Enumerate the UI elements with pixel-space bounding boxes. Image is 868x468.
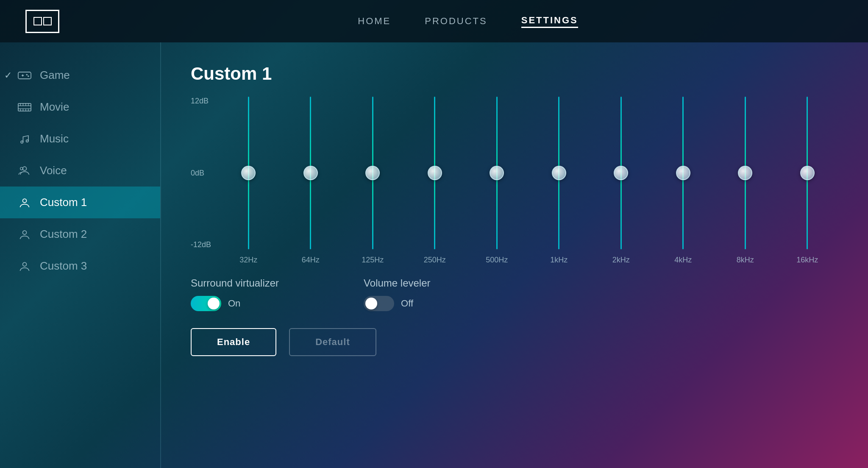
- slider-thumb-1kHz[interactable]: [552, 166, 566, 180]
- sidebar-item-custom3[interactable]: Custom 3: [0, 250, 160, 282]
- band-label-16kHz: 16kHz: [796, 256, 818, 265]
- slider-track-64Hz[interactable]: [308, 97, 313, 249]
- custom3-icon: [17, 260, 32, 272]
- sidebar-label-voice: Voice: [40, 164, 67, 177]
- band-label-1kHz: 1kHz: [550, 256, 568, 265]
- surround-virtualizer-group: Surround virtualizer On: [191, 277, 279, 311]
- eq-label-middle: 0dB: [191, 169, 211, 178]
- slider-thumb-4kHz[interactable]: [676, 166, 690, 180]
- eq-band-125Hz: 125Hz: [342, 97, 404, 265]
- slider-track-500Hz[interactable]: [494, 97, 499, 249]
- sidebar-item-custom1[interactable]: Custom 1: [0, 187, 160, 218]
- eq-band-500Hz: 500Hz: [466, 97, 528, 265]
- slider-thumb-8kHz[interactable]: [738, 166, 752, 180]
- logo: [25, 10, 59, 33]
- sidebar-label-custom2: Custom 2: [40, 228, 87, 241]
- surround-toggle-knob: [208, 298, 220, 309]
- nav-home[interactable]: HOME: [358, 16, 391, 27]
- surround-toggle-row: On: [191, 296, 279, 311]
- nav-products[interactable]: PRODUCTS: [425, 16, 487, 27]
- svg-rect-0: [18, 72, 31, 79]
- slider-fill-top-1kHz: [558, 97, 559, 173]
- slider-fill-bottom-250Hz: [434, 173, 435, 249]
- slider-fill-top-2kHz: [620, 97, 622, 173]
- custom2-icon: [17, 228, 32, 240]
- default-button[interactable]: Default: [289, 328, 376, 356]
- sidebar-item-movie[interactable]: Movie: [0, 91, 160, 123]
- slider-fill-bottom-1kHz: [558, 173, 559, 249]
- sidebar-label-movie: Movie: [40, 100, 69, 114]
- slider-fill-bottom-4kHz: [682, 173, 684, 249]
- slider-fill-top-250Hz: [434, 97, 435, 173]
- eq-band-2kHz: 2kHz: [590, 97, 652, 265]
- svg-point-22: [23, 262, 27, 266]
- band-label-8kHz: 8kHz: [737, 256, 754, 265]
- volume-toggle[interactable]: [364, 296, 394, 311]
- slider-thumb-500Hz[interactable]: [490, 166, 504, 180]
- eq-db-labels: 12dB 0dB -12dB: [191, 97, 217, 249]
- eq-label-top: 12dB: [191, 97, 211, 106]
- equalizer: 12dB 0dB -12dB 32Hz 64Hz: [191, 97, 838, 265]
- navigation: HOME PRODUCTS SETTINGS: [93, 15, 843, 28]
- slider-thumb-125Hz[interactable]: [365, 166, 380, 180]
- header: HOME PRODUCTS SETTINGS: [0, 0, 868, 42]
- sidebar-item-voice[interactable]: Voice: [0, 155, 160, 187]
- logo-left-box: [33, 17, 42, 25]
- slider-track-16kHz[interactable]: [805, 97, 810, 249]
- eq-band-32Hz: 32Hz: [217, 97, 280, 265]
- slider-thumb-64Hz[interactable]: [303, 166, 318, 180]
- sidebar-label-custom1: Custom 1: [40, 196, 87, 209]
- svg-rect-5: [18, 103, 31, 111]
- slider-track-4kHz[interactable]: [681, 97, 686, 249]
- sidebar-label-custom3: Custom 3: [40, 259, 87, 273]
- slider-track-8kHz[interactable]: [743, 97, 748, 249]
- sidebar-item-music[interactable]: Music: [0, 123, 160, 155]
- slider-track-250Hz[interactable]: [432, 97, 437, 249]
- volume-toggle-knob: [365, 298, 377, 309]
- eq-band-8kHz: 8kHz: [714, 97, 776, 265]
- game-icon: [17, 70, 32, 81]
- band-label-2kHz: 2kHz: [612, 256, 630, 265]
- svg-point-18: [23, 167, 27, 170]
- slider-track-32Hz[interactable]: [246, 97, 251, 249]
- eq-band-16kHz: 16kHz: [776, 97, 839, 265]
- action-buttons: Enable Default: [191, 328, 838, 356]
- sidebar-item-custom2[interactable]: Custom 2: [0, 218, 160, 250]
- content-area: Custom 1 12dB 0dB -12dB 32Hz: [161, 42, 868, 468]
- slider-fill-bottom-64Hz: [310, 173, 311, 249]
- slider-track-2kHz[interactable]: [618, 97, 623, 249]
- music-icon: [17, 133, 32, 145]
- eq-band-64Hz: 64Hz: [280, 97, 342, 265]
- band-label-500Hz: 500Hz: [486, 256, 508, 265]
- enable-button[interactable]: Enable: [191, 328, 276, 356]
- slider-thumb-16kHz[interactable]: [800, 166, 815, 180]
- band-label-4kHz: 4kHz: [674, 256, 692, 265]
- svg-point-17: [26, 139, 28, 142]
- slider-track-1kHz[interactable]: [556, 97, 562, 249]
- controls-row: Surround virtualizer On Volume leveler O…: [191, 277, 838, 311]
- sidebar-label-game: Game: [40, 69, 70, 82]
- band-label-64Hz: 64Hz: [302, 256, 320, 265]
- slider-thumb-250Hz[interactable]: [428, 166, 442, 180]
- nav-settings[interactable]: SETTINGS: [521, 15, 578, 28]
- surround-toggle[interactable]: [191, 296, 221, 311]
- slider-thumb-32Hz[interactable]: [241, 166, 256, 180]
- voice-icon: [17, 165, 32, 177]
- surround-state: On: [228, 298, 240, 309]
- sidebar-item-game[interactable]: ✓ Game: [0, 59, 160, 91]
- eq-band-1kHz: 1kHz: [528, 97, 590, 265]
- movie-icon: [17, 101, 32, 113]
- eq-bands-container: 32Hz 64Hz 125Hz 2: [217, 97, 838, 265]
- slider-fill-top-16kHz: [807, 97, 808, 173]
- slider-track-125Hz[interactable]: [370, 97, 375, 249]
- volume-toggle-row: Off: [364, 296, 430, 311]
- slider-fill-bottom-2kHz: [620, 173, 622, 249]
- svg-point-21: [23, 231, 27, 234]
- eq-label-bottom: -12dB: [191, 240, 211, 249]
- volume-leveler-label: Volume leveler: [364, 277, 430, 289]
- slider-fill-top-64Hz: [310, 97, 311, 173]
- slider-thumb-2kHz[interactable]: [614, 166, 628, 180]
- slider-fill-bottom-125Hz: [372, 173, 373, 249]
- eq-band-250Hz: 250Hz: [404, 97, 466, 265]
- svg-point-20: [23, 199, 27, 203]
